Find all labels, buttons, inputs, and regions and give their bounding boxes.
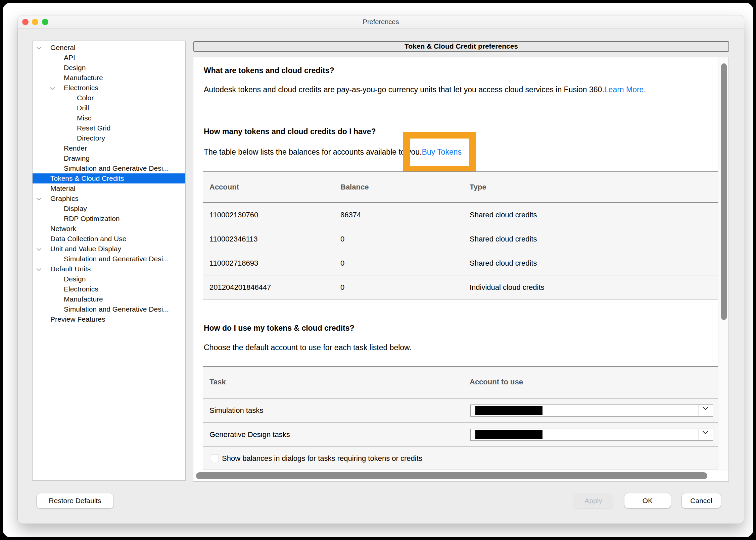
sidebar-item-misc[interactable]: Misc	[33, 113, 185, 123]
account-type: Shared cloud credits	[470, 251, 537, 275]
tasks-table: TaskAccount to useSimulation tasksGenera…	[203, 366, 719, 470]
accounts-table-header: AccountBalanceType	[203, 171, 719, 203]
learn-more-link[interactable]: Learn More.	[604, 85, 646, 94]
tasks-table-header: TaskAccount to use	[203, 366, 719, 398]
page-title: Token & Cloud Credit preferences	[193, 41, 729, 52]
task-row: Simulation tasks	[203, 398, 719, 423]
sidebar-item-simulation-and-generative-desi[interactable]: Simulation and Generative Desi...	[33, 304, 185, 314]
sidebar-item-label: Design	[64, 274, 86, 284]
sidebar-item-label: Electronics	[64, 83, 98, 93]
sidebar-item-manufacture[interactable]: Manufacture	[33, 73, 185, 83]
cancel-button[interactable]: Cancel	[682, 493, 721, 508]
account-id: 201204201846447	[209, 275, 271, 299]
sidebar-item-color[interactable]: Color	[33, 93, 185, 103]
sidebar-item-general[interactable]: General	[33, 43, 185, 53]
chevron-down-icon[interactable]	[37, 266, 41, 271]
show-balances-row: Show balances in dialogs for tasks requi…	[203, 447, 719, 470]
section-what-text: Autodesk tokens and cloud credits are pa…	[204, 84, 708, 95]
sidebar-item-directory[interactable]: Directory	[33, 133, 185, 143]
account-dropdown[interactable]	[470, 429, 713, 441]
preferences-sidebar: GeneralAPIDesignManufactureElectronicsCo…	[32, 41, 186, 481]
sidebar-item-label: Color	[77, 93, 94, 103]
chevron-down-icon[interactable]	[37, 45, 41, 50]
sidebar-item-drawing[interactable]: Drawing	[33, 153, 185, 163]
sidebar-item-label: Tokens & Cloud Credits	[50, 173, 124, 183]
sidebar-item-api[interactable]: API	[33, 53, 185, 63]
dropdown-button[interactable]	[699, 405, 713, 416]
apply-button[interactable]: Apply	[574, 493, 613, 508]
sidebar-item-graphics[interactable]: Graphics	[33, 194, 185, 204]
sidebar-item-label: Graphics	[50, 194, 79, 204]
preferences-tree: GeneralAPIDesignManufactureElectronicsCo…	[33, 43, 185, 324]
restore-defaults-button[interactable]: Restore Defaults	[37, 493, 113, 508]
screenshot-backdrop: Preferences GeneralAPIDesignManufactureE…	[3, 3, 753, 537]
section-howuse-text: Choose the default account to use for ea…	[204, 342, 708, 353]
column-header: Balance	[340, 172, 369, 202]
chevron-down-icon[interactable]	[37, 196, 41, 201]
account-id: 110002718693	[209, 251, 258, 275]
sidebar-item-tokens-cloud-credits[interactable]: Tokens & Cloud Credits	[33, 173, 185, 183]
chevron-down-icon[interactable]	[50, 85, 55, 90]
sidebar-item-electronics[interactable]: Electronics	[33, 83, 185, 93]
sidebar-item-simulation-and-generative-desi[interactable]: Simulation and Generative Desi...	[33, 163, 185, 173]
sidebar-item-unit-and-value-display[interactable]: Unit and Value Display	[33, 244, 185, 254]
account-type: Shared cloud credits	[470, 203, 537, 227]
sidebar-item-label: API	[64, 53, 75, 63]
sidebar-item-simulation-and-generative-desi[interactable]: Simulation and Generative Desi...	[33, 254, 185, 264]
sidebar-item-label: Reset Grid	[77, 123, 110, 133]
sidebar-item-display[interactable]: Display	[33, 204, 185, 214]
sidebar-item-label: Render	[64, 143, 87, 153]
sidebar-item-label: Unit and Value Display	[50, 244, 121, 254]
sidebar-item-electronics[interactable]: Electronics	[33, 284, 185, 294]
sidebar-item-label: Simulation and Generative Desi...	[64, 304, 169, 314]
sidebar-item-label: Drawing	[64, 153, 90, 163]
column-header: Account	[209, 172, 239, 202]
sidebar-item-reset-grid[interactable]: Reset Grid	[33, 123, 185, 133]
titlebar: Preferences	[18, 15, 744, 29]
sidebar-item-render[interactable]: Render	[33, 143, 185, 153]
sidebar-item-material[interactable]: Material	[33, 183, 185, 194]
sidebar-item-label: Preview Features	[50, 314, 105, 324]
column-header: Account to use	[470, 367, 523, 397]
accounts-table: AccountBalanceType11000213076086374Share…	[203, 171, 719, 300]
chevron-down-icon[interactable]	[37, 246, 41, 251]
account-row: 1100027186930Shared cloud credits	[203, 251, 719, 275]
sidebar-item-data-collection-and-use[interactable]: Data Collection and Use	[33, 234, 185, 244]
redacted-account-value	[475, 430, 542, 439]
horizontal-scrollbar-thumb[interactable]	[196, 472, 707, 479]
ok-button[interactable]: OK	[624, 493, 671, 508]
section-howmany-heading: How many tokens and cloud credits do I h…	[204, 127, 376, 136]
section-howmany-text: The table below lists the balances for a…	[204, 147, 708, 157]
sidebar-item-label: Default Units	[50, 264, 91, 274]
section-howuse-heading: How do I use my tokens & cloud credits?	[204, 324, 355, 333]
account-row: 11000213076086374Shared cloud credits	[203, 203, 719, 227]
sidebar-item-label: Network	[50, 224, 76, 234]
sidebar-item-label: Display	[64, 204, 87, 214]
column-header: Task	[209, 367, 226, 397]
show-balances-checkbox[interactable]	[211, 454, 219, 462]
task-label: Simulation tasks	[209, 398, 263, 422]
sidebar-item-label: Data Collection and Use	[50, 234, 126, 244]
task-label: Generative Design tasks	[209, 423, 290, 446]
account-dropdown[interactable]	[470, 404, 713, 417]
sidebar-item-network[interactable]: Network	[33, 224, 185, 234]
sidebar-item-label: Material	[50, 183, 76, 194]
sidebar-item-label: Manufacture	[64, 294, 103, 304]
vertical-scrollbar-thumb[interactable]	[721, 63, 727, 320]
content-panel: What are tokens and cloud credits? Autod…	[193, 57, 729, 482]
account-balance: 0	[340, 227, 344, 251]
sidebar-item-preview-features[interactable]: Preview Features	[33, 314, 185, 324]
account-balance: 0	[340, 275, 344, 299]
sidebar-item-rdp-optimization[interactable]: RDP Optimization	[33, 214, 185, 224]
sidebar-item-design[interactable]: Design	[33, 274, 185, 284]
sidebar-item-manufacture[interactable]: Manufacture	[33, 294, 185, 304]
buy-tokens-link[interactable]: Buy Tokens	[422, 148, 462, 156]
sidebar-item-default-units[interactable]: Default Units	[33, 264, 185, 274]
redacted-account-value	[475, 406, 542, 415]
section-what-heading: What are tokens and cloud credits?	[204, 66, 334, 75]
account-balance: 0	[340, 251, 344, 275]
sidebar-item-label: Manufacture	[64, 73, 103, 83]
sidebar-item-drill[interactable]: Drill	[33, 103, 185, 113]
sidebar-item-design[interactable]: Design	[33, 63, 185, 73]
dropdown-button[interactable]	[699, 429, 713, 440]
